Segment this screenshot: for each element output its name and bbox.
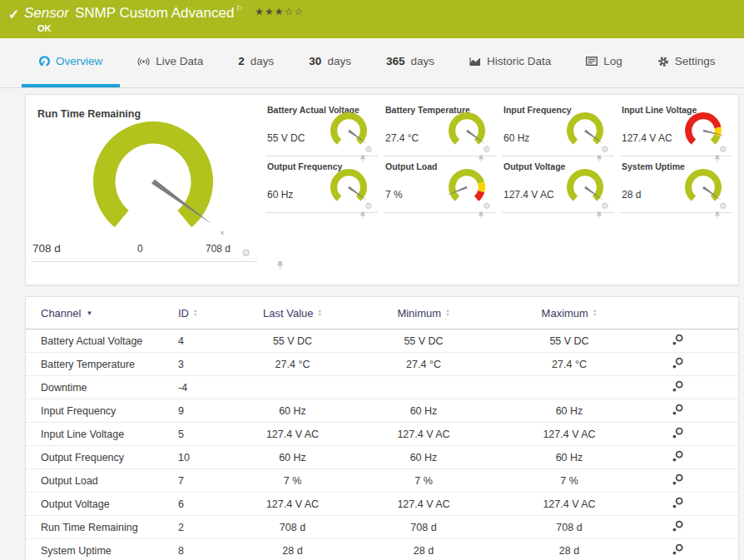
column-header-channel[interactable]: Channel▼ [41, 307, 178, 320]
cell-settings [632, 520, 723, 535]
channel-settings-wrench-icon[interactable] [672, 473, 684, 488]
cell-last: 60 Hz [245, 405, 340, 417]
gauge-settings-gear-icon[interactable]: ⚙ [483, 146, 490, 154]
cell-last: 127.4 V AC [245, 429, 340, 440]
gauge-actions: ⚙ [601, 203, 611, 211]
gauge-settings-gear-icon[interactable]: ⚙ [601, 203, 608, 211]
gauge-tile-battery-actual-voltage[interactable]: Battery Actual Voltage55 V DC⚙ [265, 102, 378, 156]
main-gauge-max-label: 708 d [206, 243, 231, 255]
cell-min: 55 V DC [340, 335, 507, 347]
sort-icon[interactable]: ▲▼ [593, 309, 597, 317]
gauge-settings-gear-icon[interactable]: ⚙ [601, 146, 608, 154]
tab-2-days[interactable]: 2days [221, 38, 291, 87]
main-gauge-actions: ⚙ [241, 249, 253, 257]
column-label: ID [178, 307, 189, 320]
table-row-system-uptime[interactable]: System Uptime828 d28 d28 d [26, 539, 738, 560]
tab-label: Log [603, 55, 622, 67]
gauge-settings-gear-icon[interactable]: ⚙ [365, 146, 372, 154]
cell-channel: Output Voltage [41, 498, 178, 510]
tab-30-days[interactable]: 30days [291, 38, 369, 87]
cell-min: 60 Hz [340, 405, 507, 417]
tab-number: 30 [309, 55, 321, 67]
main-gauge-panel[interactable]: Run Time Remaining 708 d 0 708 d x ⚙ [31, 102, 257, 262]
historic-data-icon [469, 57, 481, 67]
channel-settings-wrench-icon[interactable] [672, 334, 684, 349]
gauge-settings-gear-icon[interactable]: ⚙ [365, 203, 372, 211]
gauge-dial [566, 168, 604, 206]
small-gauge-grid: Battery Actual Voltage55 V DC⚙Battery Te… [265, 102, 732, 213]
gauge-settings-gear-icon[interactable]: ⚙ [719, 146, 727, 154]
table-row-output-load[interactable]: Output Load77 %7 %7 % [26, 469, 738, 493]
gauge-value: 127.4 V AC [622, 132, 672, 144]
gauge-tile-output-frequency[interactable]: Output Frequency60 Hz⚙ [265, 158, 378, 213]
table-row-input-line-voltage[interactable]: Input Line Voltage5127.4 V AC127.4 V AC1… [26, 423, 738, 446]
stars-empty[interactable]: ☆☆ [285, 6, 305, 17]
needle-tip-marker: x [221, 229, 224, 236]
gauge-settings-gear-icon[interactable]: ⚙ [241, 249, 250, 257]
channel-settings-wrench-icon[interactable] [672, 404, 684, 419]
main-gauge-min-label: 0 [137, 243, 143, 255]
cell-id: -4 [178, 382, 245, 394]
gauge-tile-battery-temperature[interactable]: Battery Temperature27.4 °C⚙ [384, 102, 496, 156]
cell-settings [632, 450, 723, 465]
table-row-downtime[interactable]: Downtime-4 [26, 376, 738, 399]
column-header-maximum[interactable]: Maximum▲▼ [507, 307, 632, 320]
gauge-value: 27.4 °C [385, 132, 419, 144]
table-row-input-frequency[interactable]: Input Frequency960 Hz60 Hz60 Hz [26, 399, 738, 423]
tab-365-days[interactable]: 365days [369, 38, 452, 87]
priority-flag-icon[interactable]: ⚐ [236, 4, 243, 13]
cell-id: 4 [178, 335, 245, 347]
channel-settings-wrench-icon[interactable] [672, 520, 684, 535]
page-title: SNMP Custom Advanced [75, 5, 235, 21]
column-header-id[interactable]: ID▲▼ [178, 307, 245, 320]
sensor-status-header: ✓ SensorSNMP Custom Advanced⚐★★★☆☆ OK [0, 0, 744, 38]
gauge-tile-output-load[interactable]: Output Load7 %⚙ [384, 158, 496, 213]
cell-max: 27.4 °C [507, 359, 632, 370]
column-label: Last Value [263, 307, 313, 320]
tab-live-data[interactable]: Live Data [120, 38, 221, 87]
gauge-actions: ⚙ [719, 146, 729, 154]
cell-min: 127.4 V AC [340, 498, 507, 510]
channel-settings-wrench-icon[interactable] [672, 450, 684, 465]
channel-settings-wrench-icon[interactable] [672, 497, 684, 512]
column-header-last-value[interactable]: Last Value▲▼ [245, 307, 340, 320]
gauge-tile-system-uptime[interactable]: System Uptime28 d⚙ [620, 158, 732, 213]
cell-last: 708 d [245, 522, 340, 533]
channel-settings-wrench-icon[interactable] [672, 380, 684, 395]
tab-log[interactable]: Log [568, 38, 640, 87]
cell-min: 60 Hz [340, 452, 507, 463]
channel-settings-wrench-icon[interactable] [672, 543, 684, 558]
table-row-output-voltage[interactable]: Output Voltage6127.4 V AC127.4 V AC127.4… [26, 493, 738, 516]
overview-gauges-card: Run Time Remaining 708 d 0 708 d x ⚙ Bat… [25, 94, 739, 285]
sort-icon[interactable]: ▲▼ [193, 309, 197, 317]
stars-filled[interactable]: ★★★ [255, 6, 284, 17]
priority-star-rating[interactable]: ★★★☆☆ [255, 6, 304, 17]
tab-label: days [410, 55, 434, 67]
channel-settings-wrench-icon[interactable] [672, 427, 684, 442]
sort-icon[interactable]: ▲▼ [445, 309, 449, 317]
gauge-tile-output-voltage[interactable]: Output Voltage127.4 V AC⚙ [502, 158, 614, 213]
cell-last: 60 Hz [245, 452, 340, 463]
cell-channel: Run Time Remaining [41, 522, 178, 533]
sort-desc-icon[interactable]: ▼ [86, 310, 92, 317]
column-header-minimum[interactable]: Minimum▲▼ [340, 307, 507, 320]
gauge-settings-gear-icon[interactable]: ⚙ [483, 203, 490, 211]
tab-historic-data[interactable]: Historic Data [452, 38, 568, 87]
table-row-output-frequency[interactable]: Output Frequency1060 Hz60 Hz60 Hz [26, 446, 738, 469]
cell-id: 2 [178, 522, 245, 533]
table-row-battery-actual-voltage[interactable]: Battery Actual Voltage455 V DC55 V DC55 … [26, 330, 738, 353]
gauge-tile-input-line-voltage[interactable]: Input Line Voltage127.4 V AC⚙ [620, 102, 732, 156]
tab-settings[interactable]: Settings [640, 38, 733, 87]
gauge-settings-gear-icon[interactable]: ⚙ [719, 203, 727, 211]
table-row-battery-temperature[interactable]: Battery Temperature327.4 °C27.4 °C27.4 °… [26, 353, 738, 376]
tab-label: days [327, 55, 351, 67]
gauge-tile-input-frequency[interactable]: Input Frequency60 Hz⚙ [502, 102, 614, 156]
sort-icon[interactable]: ▲▼ [318, 309, 322, 317]
table-row-run-time-remaining[interactable]: Run Time Remaining2708 d708 d708 d [26, 516, 738, 539]
channel-settings-wrench-icon[interactable] [672, 357, 684, 372]
tab-overview[interactable]: Overview [22, 38, 120, 87]
cell-settings [632, 334, 723, 349]
tab-number: 2 [238, 55, 245, 67]
cell-channel: Battery Temperature [41, 359, 178, 370]
cell-channel: Input Line Voltage [41, 429, 178, 440]
